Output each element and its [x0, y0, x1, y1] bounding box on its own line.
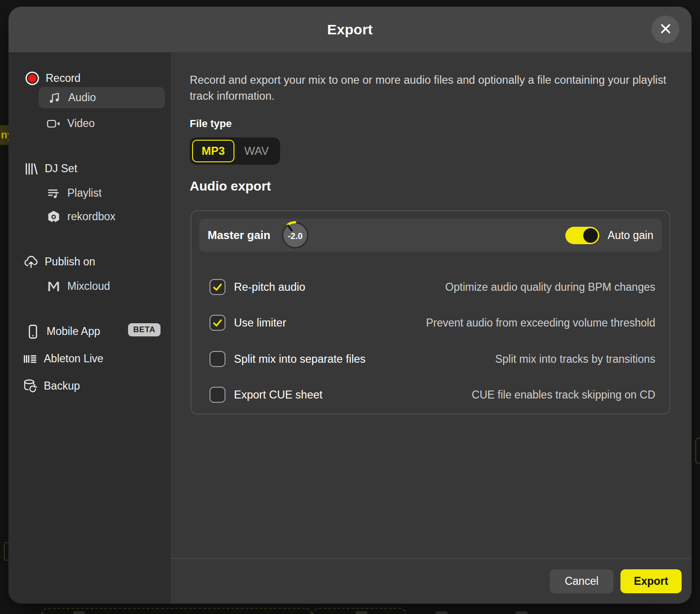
sidebar-item-record[interactable]: Record — [24, 68, 80, 89]
video-camera-icon — [46, 117, 61, 130]
sidebar-item-label: Video — [67, 117, 95, 130]
option-description: CUE file enables track skipping on CD — [472, 389, 655, 401]
option-row-use-limiter: Use limiter Prevent audio from exceeding… — [209, 312, 655, 334]
option-label: Split mix into separate files — [234, 353, 366, 366]
cloud-upload-icon — [24, 255, 39, 269]
option-description: Optimize audio quality during BPM change… — [445, 281, 655, 294]
background-dot — [435, 611, 448, 614]
background-dot — [355, 611, 368, 614]
sidebar-item-label: Audio — [68, 91, 96, 104]
file-type-selector: MP3 WAV — [190, 137, 280, 165]
use-limiter-checkbox[interactable] — [209, 315, 225, 331]
music-note-icon — [47, 91, 62, 104]
sidebar-item-audio[interactable]: Audio — [39, 87, 165, 108]
sidebar-item-label: Backup — [44, 380, 80, 392]
app-background: ny Export Record — [0, 0, 700, 614]
sidebar-item-dj-set[interactable]: DJ Set — [24, 158, 77, 179]
sidebar-item-mobile-app[interactable]: Mobile App — [25, 321, 100, 342]
close-icon — [659, 22, 673, 37]
sidebar-item-ableton-live[interactable]: Ableton Live — [23, 348, 104, 369]
export-cue-checkbox[interactable] — [209, 387, 225, 403]
master-gain-label: Master gain — [208, 229, 270, 242]
sidebar-item-label: Record — [46, 72, 80, 85]
sidebar-item-label: rekordbox — [67, 210, 115, 223]
option-row-re-pitch: Re-pitch audio Optimize audio quality du… — [209, 276, 655, 298]
sidebar-item-playlist[interactable]: Playlist — [46, 183, 102, 204]
ableton-icon — [23, 353, 38, 365]
sidebar-item-label: Publish on — [45, 255, 95, 268]
split-mix-checkbox[interactable] — [209, 351, 225, 367]
re-pitch-checkbox[interactable] — [209, 279, 225, 295]
record-icon — [24, 71, 40, 86]
library-icon — [24, 162, 39, 176]
option-label: Re-pitch audio — [234, 281, 306, 294]
file-type-option-mp3[interactable]: MP3 — [192, 140, 234, 162]
rekordbox-icon — [46, 210, 61, 224]
smartphone-icon — [25, 324, 40, 339]
master-gain-value: -2.0 — [288, 231, 303, 241]
backup-icon — [23, 379, 38, 394]
sidebar-item-label: Mixcloud — [67, 280, 110, 293]
toggle-knob — [583, 228, 598, 243]
dialog-footer: Cancel Export — [171, 558, 692, 604]
sidebar-item-video[interactable]: Video — [46, 113, 95, 134]
beta-badge: BETA — [128, 323, 161, 336]
close-button[interactable] — [652, 16, 679, 43]
auto-gain-label: Auto gain — [608, 229, 653, 242]
audio-export-panel: Master gain -2.0 — [191, 210, 670, 415]
sidebar-item-backup[interactable]: Backup — [23, 375, 80, 397]
audio-export-heading: Audio export — [190, 179, 271, 194]
check-icon — [214, 285, 221, 290]
sidebar-item-label: DJ Set — [45, 162, 77, 175]
sidebar-item-mixcloud[interactable]: Mixcloud — [46, 276, 110, 297]
file-type-option-wav[interactable]: WAV — [235, 140, 278, 162]
background-dot — [515, 611, 528, 614]
background-dot — [73, 611, 85, 614]
option-description: Prevent audio from exceeding volume thre… — [426, 317, 655, 329]
dialog-header: Export — [8, 7, 692, 52]
sidebar-item-publish-on[interactable]: Publish on — [24, 251, 95, 272]
sidebar-item-rekordbox[interactable]: rekordbox — [46, 206, 115, 227]
check-icon — [214, 320, 221, 326]
file-type-label: File type — [190, 118, 232, 130]
sidebar-item-label: Playlist — [67, 187, 102, 199]
playlist-icon — [46, 187, 61, 200]
main-content: Record and export your mix to one or mor… — [171, 52, 692, 604]
export-dialog: Export Record Audio — [8, 7, 692, 604]
master-gain-row: Master gain -2.0 — [199, 219, 662, 252]
master-gain-knob[interactable]: -2.0 — [281, 221, 310, 250]
export-description: Record and export your mix to one or mor… — [190, 72, 675, 104]
option-label: Export CUE sheet — [234, 389, 322, 401]
export-button[interactable]: Export — [620, 569, 682, 593]
background-outline — [695, 438, 700, 464]
sidebar-item-label: Ableton Live — [44, 352, 104, 365]
mixcloud-icon — [46, 280, 61, 293]
option-label: Use limiter — [234, 317, 286, 329]
option-row-split-mix: Split mix into separate files Split mix … — [209, 348, 655, 370]
option-row-export-cue: Export CUE sheet CUE file enables track … — [209, 384, 655, 406]
dialog-title: Export — [8, 7, 692, 52]
sidebar: Record Audio Video DJ Set — [8, 52, 171, 604]
option-description: Split mix into tracks by transitions — [495, 353, 655, 366]
sidebar-item-label: Mobile App — [47, 325, 100, 338]
cancel-button[interactable]: Cancel — [550, 569, 613, 593]
auto-gain-toggle[interactable] — [565, 227, 599, 244]
